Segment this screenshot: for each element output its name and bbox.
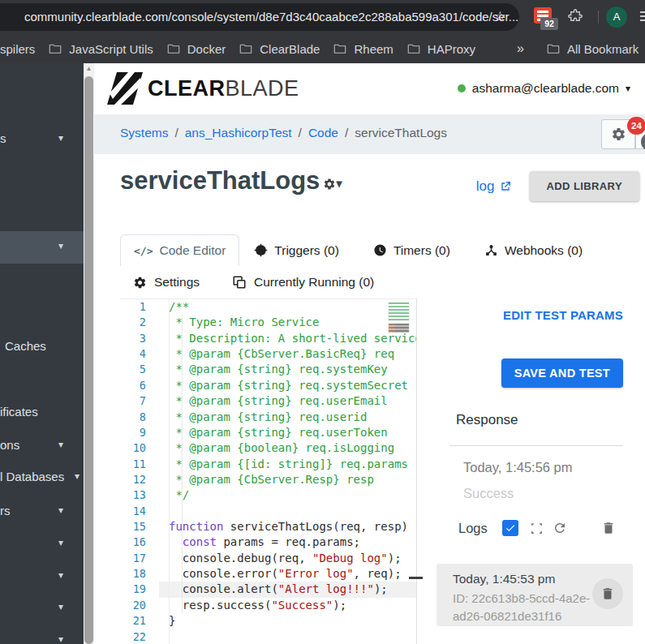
folder-icon <box>333 43 346 54</box>
bookmark-item[interactable]: HAProxy <box>407 42 475 56</box>
browser-profile-avatar[interactable]: A <box>606 6 627 28</box>
code-line[interactable]: 3 * Description: A short-lived service w… <box>120 331 417 346</box>
bookmark-star-icon[interactable]: ☆ <box>494 8 506 25</box>
logs-delete-button[interactable] <box>601 521 616 535</box>
code-line[interactable]: 22 <box>120 629 417 644</box>
folder-icon <box>547 43 560 54</box>
running-windows-icon <box>232 275 247 290</box>
sidebar-item-label: l Databases <box>0 470 64 483</box>
sidebar-item[interactable]: rs▾ <box>0 502 84 522</box>
breadcrumb-current: serviceThatLogs <box>355 126 447 140</box>
scrollbar-thumb[interactable] <box>84 76 93 644</box>
sidebar-item[interactable]: ▾ <box>0 535 84 554</box>
code-token: serviceThatLogs(req, resp) { <box>223 520 417 533</box>
code-token: /** <box>169 300 189 313</box>
all-bookmarks[interactable]: All Bookmark <box>547 42 639 56</box>
log-link[interactable]: log <box>476 178 512 195</box>
code-line[interactable]: 13 */ <box>120 487 417 503</box>
code-line[interactable]: 11 * @param {[id: string]} req.params <box>120 457 417 472</box>
code-line[interactable]: 7 * @param {string} req.userEmail <box>120 393 417 409</box>
line-number: 15 <box>120 519 159 535</box>
service-settings-gear-icon[interactable] <box>323 178 336 191</box>
edit-test-params-link[interactable]: EDIT TEST PARAMS <box>503 308 623 322</box>
response-timestamp: Today, 1:45:56 pm <box>463 460 573 475</box>
account-menu[interactable]: asharma@clearblade.com ▾ <box>458 81 630 96</box>
log-entry-delete-button[interactable] <box>592 578 623 609</box>
code-line[interactable]: 2 * Type: Micro Service <box>120 315 417 330</box>
extensions-puzzle-icon[interactable] <box>568 9 583 24</box>
address-bar[interactable]: community.clearblade.com/console/system/… <box>0 3 519 31</box>
clearblade-logo[interactable]: CLEARBLADE <box>107 72 299 105</box>
sidebar-item[interactable]: l Databases▾ <box>0 468 84 487</box>
code-line[interactable]: 19 console.alert("Alert log!!!"); <box>120 582 417 597</box>
bookmarks-overflow-chevron[interactable]: » <box>517 41 524 56</box>
tab-code-editor[interactable]: </> Code Editor <box>120 234 239 266</box>
sidebar-item[interactable]: ▾ <box>0 231 84 264</box>
code-editor[interactable]: 1/**2 * Type: Micro Service3 * Descripti… <box>120 298 417 644</box>
bookmark-item[interactable]: spilers <box>0 42 35 56</box>
response-divider <box>449 445 623 446</box>
code-text: } <box>159 613 417 629</box>
code-line[interactable]: 10 * @param {boolean} req.isLogging <box>120 440 417 456</box>
sidebar-item[interactable]: s▾ <box>0 130 84 149</box>
bookmark-item[interactable]: Docker <box>167 42 226 56</box>
logs-enabled-checkbox[interactable] <box>502 520 518 536</box>
browser-menu-icon[interactable] <box>640 11 645 24</box>
code-text: * @param {boolean} req.isLogging <box>159 440 417 456</box>
panel-resize-handle[interactable] <box>409 577 423 579</box>
code-line[interactable]: 14 <box>120 504 417 519</box>
code-line[interactable]: 18 console.error("Error log", req); <box>120 566 417 582</box>
tab-settings[interactable]: Settings <box>133 275 200 290</box>
sidebar-item[interactable]: ificates <box>0 403 84 423</box>
breadcrumb-systems[interactable]: Systems <box>120 126 168 140</box>
tab-webhooks[interactable]: Webhooks (0) <box>484 243 583 258</box>
bookmark-item[interactable]: Rheem <box>333 42 393 56</box>
code-token: * @param {CbServer.Resp} resp <box>169 473 374 486</box>
log-entry-card[interactable]: Today, 1:45:53 pm ID: 22c613b8-5ccd-4a2e… <box>436 564 633 626</box>
code-line[interactable]: 12 * @param {CbServer.Resp} resp <box>120 472 417 487</box>
line-number: 7 <box>120 393 159 409</box>
logs-label: Logs <box>458 521 488 536</box>
sidebar-item-label: s <box>0 131 6 145</box>
line-number: 8 <box>120 410 159 425</box>
code-line[interactable]: 5 * @param {string} req.systemKey <box>120 362 417 377</box>
all-bookmarks-label: All Bookmark <box>567 42 639 56</box>
code-line[interactable]: 21} <box>120 613 417 629</box>
logs-refresh-button[interactable] <box>553 521 567 535</box>
code-line[interactable]: 1/** <box>120 299 417 315</box>
tab-timers[interactable]: Timers (0) <box>373 243 450 258</box>
sidebar-item[interactable]: ▾ <box>0 631 84 644</box>
code-line[interactable]: 20 resp.success("Success"); <box>120 598 417 613</box>
editor-minimap[interactable] <box>388 302 410 333</box>
sidebar-scrollbar[interactable]: ▲ <box>84 63 94 644</box>
sidebar-item-label: Caches <box>5 339 46 353</box>
code-line[interactable]: 16 const params = req.params; <box>120 535 417 550</box>
add-library-button[interactable]: ADD LIBRARY <box>530 171 639 201</box>
code-icon: </> <box>134 245 153 257</box>
bookmark-item[interactable]: ClearBlade <box>239 42 320 56</box>
save-and-test-button[interactable]: SAVE AND TEST <box>501 358 623 388</box>
bookmark-item[interactable]: JavaScript Utils <box>49 42 153 56</box>
refresh-icon <box>553 521 567 535</box>
scrollbar-up-arrow[interactable]: ▲ <box>84 65 94 72</box>
code-line[interactable]: 17 console.debug(req, "Debug log"); <box>120 551 417 566</box>
sidebar-item[interactable]: ons▾ <box>0 436 84 456</box>
code-line[interactable]: 6 * @param {string} req.systemSecret <box>120 378 417 393</box>
code-line[interactable]: 15function serviceThatLogs(req, resp) { <box>120 519 417 535</box>
line-number: 10 <box>120 440 159 456</box>
logs-expand-button[interactable] <box>530 522 544 535</box>
code-line[interactable]: 8 * @param {string} req.userid <box>120 410 417 425</box>
tab-currently-running[interactable]: Currently Running (0) <box>232 275 374 290</box>
code-token: "Error log" <box>278 567 354 580</box>
tab-triggers[interactable]: Triggers (0) <box>254 243 339 258</box>
code-line[interactable]: 4 * @param {CbServer.BasicReq} req <box>120 346 417 362</box>
sidebar-item[interactable]: ▾ <box>0 599 84 618</box>
code-line[interactable]: 9 * @param {string} req.userToken <box>120 425 417 440</box>
breadcrumb-code[interactable]: Code <box>308 126 338 140</box>
chevron-down-icon: ▾ <box>58 504 63 516</box>
breadcrumb-system-name[interactable]: ans_HashicorpTest <box>185 126 292 140</box>
code-token: console.alert( <box>169 582 278 595</box>
sidebar-item[interactable]: ▾ <box>0 567 84 586</box>
chevron-down-icon[interactable]: ▾ <box>336 177 342 190</box>
sidebar-item[interactable]: Caches <box>0 337 84 357</box>
